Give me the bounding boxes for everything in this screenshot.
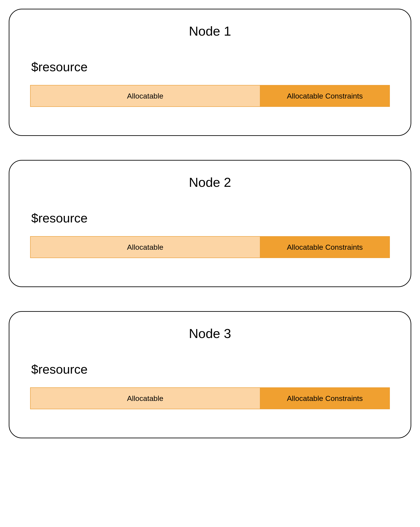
- node-title: Node 2: [30, 175, 390, 190]
- resource-bar: Allocatable Allocatable Constraints: [30, 236, 390, 258]
- allocatable-segment: Allocatable: [31, 237, 260, 258]
- node-title: Node 1: [30, 24, 390, 39]
- resource-bar: Allocatable Allocatable Constraints: [30, 85, 390, 107]
- allocatable-segment: Allocatable: [31, 388, 260, 409]
- node-title: Node 3: [30, 326, 390, 341]
- resource-label: $resource: [31, 59, 390, 74]
- constraints-segment: Allocatable Constraints: [260, 237, 389, 258]
- node-card-1: Node 1 $resource Allocatable Allocatable…: [9, 9, 411, 136]
- allocatable-segment: Allocatable: [31, 86, 260, 106]
- resource-label: $resource: [31, 211, 390, 225]
- node-card-2: Node 2 $resource Allocatable Allocatable…: [9, 160, 411, 287]
- constraints-segment: Allocatable Constraints: [260, 86, 389, 106]
- constraints-segment: Allocatable Constraints: [260, 388, 389, 409]
- node-card-3: Node 3 $resource Allocatable Allocatable…: [9, 311, 411, 438]
- nodes-container: Node 1 $resource Allocatable Allocatable…: [9, 9, 411, 438]
- resource-bar: Allocatable Allocatable Constraints: [30, 387, 390, 409]
- resource-label: $resource: [31, 362, 390, 376]
